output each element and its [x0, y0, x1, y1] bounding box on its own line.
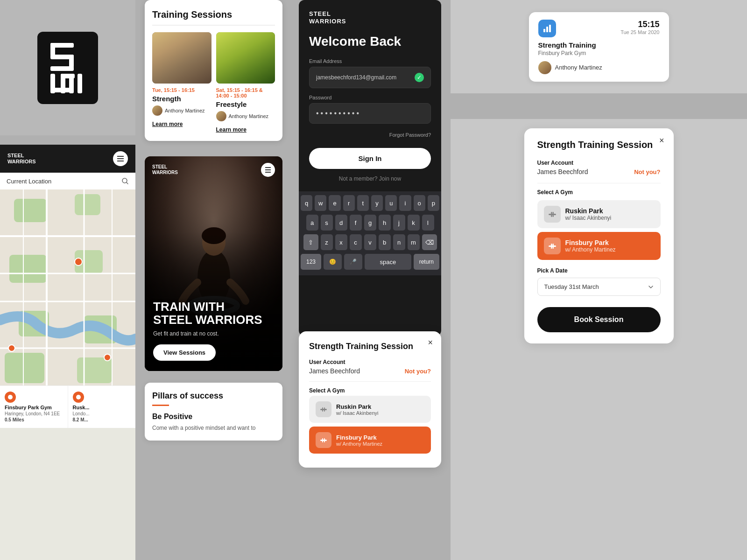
- key-return[interactable]: return: [414, 254, 439, 270]
- date-picker[interactable]: Tuesday 31st March: [537, 278, 661, 296]
- trainer-avatar-freestyle: [216, 111, 226, 121]
- svg-rect-53: [552, 212, 554, 217]
- bottom-modal-not-you[interactable]: Not you?: [405, 368, 431, 375]
- gym-name-finsbury: Finsbury Park Gym: [5, 405, 63, 410]
- pillars-panel: Pillars of success Be Positive Come with…: [145, 383, 282, 441]
- bottom-modal-close[interactable]: ×: [428, 338, 433, 348]
- signin-button[interactable]: Sign In: [309, 148, 431, 169]
- right-modal-close[interactable]: ×: [659, 136, 664, 146]
- svg-rect-13: [543, 29, 545, 32]
- right-modal-not-you[interactable]: Not you?: [634, 168, 660, 175]
- key-u[interactable]: u: [385, 195, 397, 211]
- svg-rect-45: [320, 409, 327, 410]
- key-g[interactable]: g: [364, 215, 376, 231]
- key-n[interactable]: n: [393, 234, 405, 250]
- gym-option-ruskin[interactable]: Ruskin Park w/ Isaac Akinbenyi: [309, 396, 431, 423]
- key-w[interactable]: w: [315, 195, 326, 211]
- key-y[interactable]: y: [371, 195, 383, 211]
- right-modal-title: Strength Training Session: [537, 140, 661, 150]
- map-menu-button[interactable]: [113, 151, 128, 166]
- chevron-down-icon: [648, 284, 654, 290]
- map-search-input[interactable]: [7, 178, 118, 185]
- key-mic[interactable]: 🎤: [344, 254, 362, 270]
- notif-location: Finsbury Park Gym: [538, 50, 660, 56]
- login-panel: STEEL WARRIORS Welcome Back Email Addres…: [299, 0, 441, 336]
- svg-rect-21: [9, 255, 47, 283]
- key-j[interactable]: j: [393, 215, 405, 231]
- key-d[interactable]: d: [335, 215, 347, 231]
- notif-app-icon: [538, 20, 556, 37]
- key-q[interactable]: q: [301, 195, 312, 211]
- notif-title: Strength Training: [538, 41, 660, 49]
- svg-rect-51: [549, 214, 556, 215]
- learn-more-strength[interactable]: Learn more: [152, 121, 183, 127]
- key-o[interactable]: o: [414, 195, 425, 211]
- svg-rect-26: [77, 357, 112, 383]
- view-sessions-button[interactable]: View Sessions: [153, 344, 216, 361]
- gym-address-finsbury: Haringey, London, N4 1EE: [5, 411, 63, 416]
- key-f[interactable]: f: [350, 215, 362, 231]
- key-t[interactable]: t: [357, 195, 369, 211]
- password-input[interactable]: [316, 109, 424, 118]
- session-name-freestyle: Freestyle: [216, 100, 275, 108]
- train-menu-button[interactable]: [261, 163, 275, 177]
- key-shift[interactable]: ⇧: [303, 234, 318, 250]
- key-e[interactable]: e: [329, 195, 340, 211]
- notif-trainer-name: Anthony Martinez: [555, 64, 602, 71]
- key-a[interactable]: a: [306, 215, 318, 231]
- join-now-link[interactable]: Not a member? Join now: [309, 175, 431, 182]
- notif-trainer-avatar: [538, 61, 551, 74]
- key-emoji[interactable]: 😊: [324, 254, 342, 270]
- svg-rect-11: [61, 88, 74, 92]
- key-v[interactable]: v: [364, 234, 376, 250]
- email-input-wrap: ✓: [309, 67, 431, 88]
- learn-more-freestyle[interactable]: Learn more: [216, 126, 247, 133]
- gym-item-finsbury[interactable]: Finsbury Park Gym Haringey, London, N4 1…: [0, 386, 68, 428]
- map-canvas[interactable]: [0, 189, 135, 385]
- gym-distance-finsbury: 0.5 Miles: [5, 417, 63, 422]
- search-icon[interactable]: [121, 177, 129, 185]
- gym-option-finsbury[interactable]: Finsbury Park w/ Anthony Martinez: [309, 427, 431, 454]
- key-c[interactable]: c: [350, 234, 362, 250]
- key-delete[interactable]: ⌫: [422, 234, 437, 250]
- key-numbers[interactable]: 123: [301, 254, 321, 270]
- notif-top: 15:15 Tue 25 Mar 2020: [538, 20, 660, 37]
- right-gym-icon-ruskin: [544, 206, 561, 223]
- svg-rect-25: [5, 353, 44, 383]
- session-date-strength: Tue, 15:15 - 16:15: [152, 87, 211, 93]
- key-s[interactable]: s: [321, 215, 333, 231]
- email-input[interactable]: [316, 74, 415, 81]
- key-l[interactable]: l: [422, 215, 434, 231]
- session-trainer-strength: Anthony Martinez: [152, 105, 211, 116]
- key-space[interactable]: space: [365, 254, 411, 270]
- key-k[interactable]: k: [408, 215, 420, 231]
- book-session-button[interactable]: Book Session: [537, 307, 661, 332]
- pillars-divider: [152, 405, 169, 406]
- login-brand: STEEL WARRIORS: [299, 0, 441, 29]
- key-p[interactable]: p: [428, 195, 439, 211]
- gym-item-ruskin[interactable]: Rusk... Londo... 8.2 M...: [68, 386, 136, 428]
- session-cards: Tue, 15:15 - 16:15 Strength Anthony Mart…: [152, 32, 275, 133]
- svg-point-37: [104, 354, 111, 361]
- trainer-name-freestyle: Anthony Martinez: [229, 113, 269, 119]
- notif-time: 15:15 Tue 25 Mar 2020: [620, 20, 659, 35]
- key-r[interactable]: r: [343, 195, 355, 211]
- session-card-freestyle: Sat, 15:15 - 16:15 & 14:00 - 15:00 Frees…: [216, 32, 275, 133]
- keyboard-row-3: ⇧ z x c v b n m ⌫: [301, 234, 439, 250]
- right-gym-finsbury[interactable]: Finsbury Park w/ Anthony Martinez: [537, 232, 661, 260]
- key-z[interactable]: z: [321, 234, 333, 250]
- map-panel: STEELWARRIORS: [0, 145, 135, 560]
- right-gym-ruskin[interactable]: Ruskin Park w/ Isaac Akinbenyi: [537, 200, 661, 228]
- forgot-password-link[interactable]: Forgot Password?: [309, 130, 431, 139]
- session-img-freestyle: [216, 32, 275, 84]
- key-m[interactable]: m: [408, 234, 420, 250]
- key-i[interactable]: i: [399, 195, 411, 211]
- right-gym-icon-finsbury: [544, 238, 561, 254]
- svg-line-17: [127, 182, 128, 184]
- key-b[interactable]: b: [379, 234, 391, 250]
- svg-rect-55: [551, 244, 552, 249]
- map-brand: STEELWARRIORS: [7, 153, 36, 165]
- notif-clock: 15:15: [620, 20, 659, 29]
- key-x[interactable]: x: [335, 234, 347, 250]
- key-h[interactable]: h: [379, 215, 391, 231]
